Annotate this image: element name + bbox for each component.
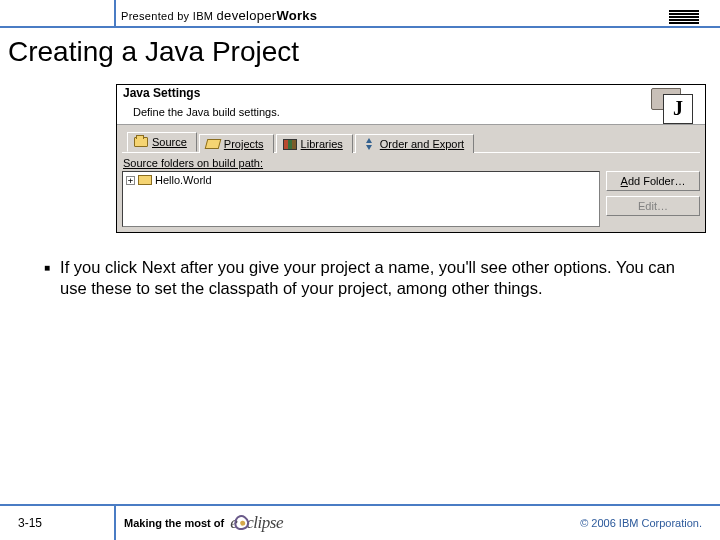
eclipse-ring-icon [233,513,251,531]
footer-caption: Making the most of eclipse [116,513,580,533]
tab-source[interactable]: Source [127,132,197,152]
project-folder-icon [138,175,152,185]
dialog-banner-icon: J [639,85,705,125]
tab-projects[interactable]: Projects [199,134,274,153]
tab-order-label: Order and Export [380,138,464,150]
expand-icon[interactable]: + [126,176,135,185]
add-folder-button[interactable]: Add Folder… [606,171,700,191]
eclipse-logo: eclipse [230,513,283,533]
dialog-subtitle: Define the Java build settings. [123,100,639,118]
tree-item-label: Hello.World [155,174,212,186]
source-folders-tree[interactable]: + Hello.World [122,171,600,227]
projects-folder-icon [205,139,222,149]
tab-order-export[interactable]: Order and Export [355,134,474,153]
edit-label: Edit… [638,200,668,212]
source-folder-icon [134,137,148,147]
slide-title: Creating a Java Project [0,28,720,68]
edit-button[interactable]: Edit… [606,196,700,216]
tab-bar: Source Projects Libraries Order and Expo… [117,125,705,152]
copyright: © 2006 IBM Corporation. [580,517,720,529]
java-j-icon: J [663,94,693,124]
tab-libraries[interactable]: Libraries [276,134,353,153]
tab-libraries-label: Libraries [301,138,343,150]
java-settings-dialog: Java Settings Define the Java build sett… [116,84,706,233]
slide-header: Presented by IBM developerWorks [0,0,720,28]
tab-source-label: Source [152,136,187,148]
brand-developer: developer [217,8,277,23]
bullet-marker-icon: ■ [44,257,50,299]
bullet-text: If you click Next after you give your pr… [60,257,676,299]
dialog-header: Java Settings Define the Java build sett… [117,85,639,125]
source-folders-label: Source folders on build path: [122,155,700,171]
making-most-text: Making the most of [124,517,224,529]
add-folder-label: dd Folder… [628,175,685,187]
slide-footer: 3-15 Making the most of eclipse © 2006 I… [0,504,720,540]
libraries-icon [283,139,297,150]
presented-by-text: Presented by IBM [121,10,217,22]
bullet-point: ■ If you click Next after you give your … [0,233,720,299]
tab-projects-label: Projects [224,138,264,150]
header-branding: Presented by IBM developerWorks [116,8,669,26]
tree-item-helloworld[interactable]: + Hello.World [126,174,596,186]
brand-works: Works [276,8,317,23]
header-left-spacer [0,0,116,26]
ibm-logo [669,10,720,26]
dialog-title: Java Settings [123,85,639,100]
source-panel: Source folders on build path: + Hello.Wo… [122,152,700,227]
page-number: 3-15 [0,506,116,540]
ibm-bars-icon [669,10,699,24]
order-arrows-icon [362,138,376,150]
